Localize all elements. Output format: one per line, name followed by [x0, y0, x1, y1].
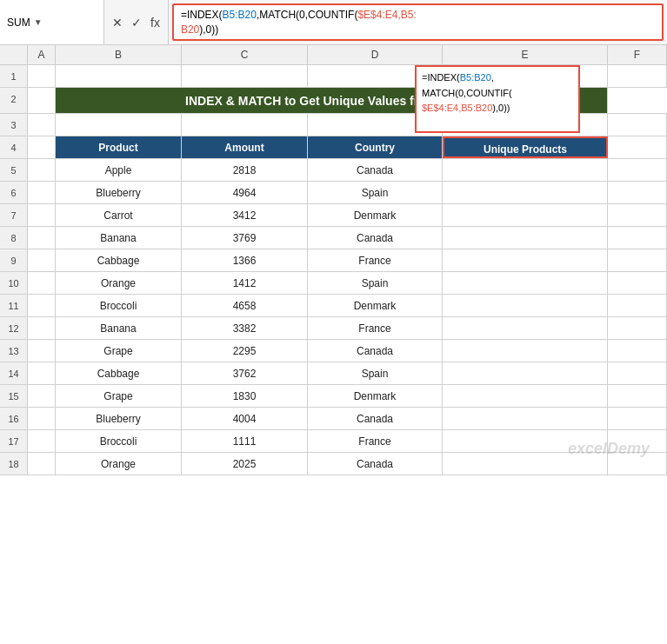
cell-8-c[interactable]: 3769	[182, 227, 308, 249]
cell-13-d[interactable]: Canada	[308, 340, 443, 362]
cell-9-c[interactable]: 1366	[182, 249, 308, 271]
cell-6-e[interactable]	[443, 182, 608, 203]
cell-5-a[interactable]	[28, 159, 56, 181]
cell-6-d[interactable]: Spain	[308, 182, 443, 203]
cell-8-b[interactable]: Banana	[56, 227, 182, 249]
cell-13-c[interactable]: 2295	[182, 340, 308, 362]
cell-5-b[interactable]: Apple	[56, 159, 182, 181]
cell-14-b[interactable]: Cabbage	[56, 362, 182, 384]
confirm-icon[interactable]: ✓	[129, 14, 144, 31]
cell-15-b[interactable]: Grape	[56, 385, 182, 407]
col-header-b[interactable]: B	[56, 45, 182, 64]
cell-9-a[interactable]	[28, 249, 56, 271]
cell-14-a[interactable]	[28, 362, 56, 384]
cell-18-b[interactable]: Orange	[56, 453, 182, 475]
cell-10-f[interactable]	[608, 272, 667, 294]
cell-6-b[interactable]: Blueberry	[56, 182, 182, 203]
cell-18-d[interactable]: Canada	[308, 453, 443, 475]
cell-1-a[interactable]	[28, 65, 56, 87]
cell-13-b[interactable]: Grape	[56, 340, 182, 362]
cell-4-a[interactable]	[28, 136, 56, 158]
cell-11-b[interactable]: Broccoli	[56, 295, 182, 316]
cell-12-e[interactable]	[443, 317, 608, 339]
cell-15-f[interactable]	[608, 385, 667, 407]
cell-11-a[interactable]	[28, 295, 56, 316]
cell-7-d[interactable]: Denmark	[308, 204, 443, 226]
cell-5-d[interactable]: Canada	[308, 159, 443, 181]
cell-7-c[interactable]: 3412	[182, 204, 308, 226]
cell-17-b[interactable]: Broccoli	[56, 430, 182, 452]
cell-9-e[interactable]	[443, 249, 608, 271]
cell-13-a[interactable]	[28, 340, 56, 362]
cell-9-d[interactable]: France	[308, 249, 443, 271]
cell-10-d[interactable]: Spain	[308, 272, 443, 294]
cell-5-e[interactable]	[443, 159, 608, 181]
cell-13-e[interactable]	[443, 340, 608, 362]
cell-10-e[interactable]	[443, 272, 608, 294]
cell-7-f[interactable]	[608, 204, 667, 226]
name-box-dropdown-icon[interactable]: ▼	[34, 17, 43, 27]
cell-12-a[interactable]	[28, 317, 56, 339]
cell-10-b[interactable]: Orange	[56, 272, 182, 294]
cell-11-d[interactable]: Denmark	[308, 295, 443, 316]
cell-18-e[interactable]	[443, 453, 608, 475]
cell-11-c[interactable]: 4658	[182, 295, 308, 316]
name-box[interactable]: SUM ▼	[0, 0, 104, 44]
cell-1-b[interactable]	[56, 65, 182, 87]
formula-overlay-e5[interactable]: =INDEX(B5:B20, MATCH(0,COUNTIF( $E$4:E4,…	[415, 65, 580, 133]
cell-14-c[interactable]: 3762	[182, 362, 308, 384]
cell-8-f[interactable]	[608, 227, 667, 249]
cell-14-d[interactable]: Spain	[308, 362, 443, 384]
cell-7-b[interactable]: Carrot	[56, 204, 182, 226]
cell-15-c[interactable]: 1830	[182, 385, 308, 407]
cell-17-c[interactable]: 1111	[182, 430, 308, 452]
col-header-d[interactable]: D	[308, 45, 443, 64]
cell-5-c[interactable]: 2818	[182, 159, 308, 181]
cell-8-d[interactable]: Canada	[308, 227, 443, 249]
cell-6-a[interactable]	[28, 182, 56, 203]
cancel-icon[interactable]: ✕	[110, 14, 125, 31]
cell-16-e[interactable]	[443, 408, 608, 429]
cell-1-c[interactable]	[182, 65, 308, 87]
cell-5-f[interactable]	[608, 159, 667, 181]
cell-3-a[interactable]	[28, 114, 56, 136]
cell-16-f[interactable]	[608, 408, 667, 429]
cell-18-f[interactable]	[608, 453, 667, 475]
cell-1-f[interactable]	[608, 65, 667, 87]
cell-12-b[interactable]: Banana	[56, 317, 182, 339]
cell-16-c[interactable]: 4004	[182, 408, 308, 429]
col-header-a[interactable]: A	[28, 45, 56, 64]
cell-13-f[interactable]	[608, 340, 667, 362]
cell-15-d[interactable]: Denmark	[308, 385, 443, 407]
cell-9-f[interactable]	[608, 249, 667, 271]
cell-7-e[interactable]	[443, 204, 608, 226]
cell-15-a[interactable]	[28, 385, 56, 407]
cell-18-a[interactable]	[28, 453, 56, 475]
cell-17-a[interactable]	[28, 430, 56, 452]
cell-11-e[interactable]	[443, 295, 608, 316]
cell-4-f[interactable]	[608, 136, 667, 158]
cell-8-e[interactable]	[443, 227, 608, 249]
cell-12-f[interactable]	[608, 317, 667, 339]
cell-10-c[interactable]: 1412	[182, 272, 308, 294]
cell-11-f[interactable]	[608, 295, 667, 316]
cell-17-d[interactable]: France	[308, 430, 443, 452]
cell-3-c[interactable]	[182, 114, 308, 136]
cell-14-e[interactable]	[443, 362, 608, 384]
cell-7-a[interactable]	[28, 204, 56, 226]
cell-16-a[interactable]	[28, 408, 56, 429]
col-header-c[interactable]: C	[182, 45, 308, 64]
formula-input[interactable]: =INDEX(B5:B20,MATCH(0,COUNTIF($E$4:E4,B5…	[172, 3, 664, 41]
cell-2-a[interactable]	[28, 88, 56, 113]
cell-10-a[interactable]	[28, 272, 56, 294]
cell-17-f[interactable]	[608, 430, 667, 452]
fx-icon[interactable]: fx	[148, 14, 163, 31]
cell-16-d[interactable]: Canada	[308, 408, 443, 429]
col-header-f[interactable]: F	[608, 45, 667, 64]
cell-9-b[interactable]: Cabbage	[56, 249, 182, 271]
cell-6-c[interactable]: 4964	[182, 182, 308, 203]
cell-14-f[interactable]	[608, 362, 667, 384]
cell-8-a[interactable]	[28, 227, 56, 249]
cell-3-b[interactable]	[56, 114, 182, 136]
cell-3-f[interactable]	[608, 114, 667, 136]
